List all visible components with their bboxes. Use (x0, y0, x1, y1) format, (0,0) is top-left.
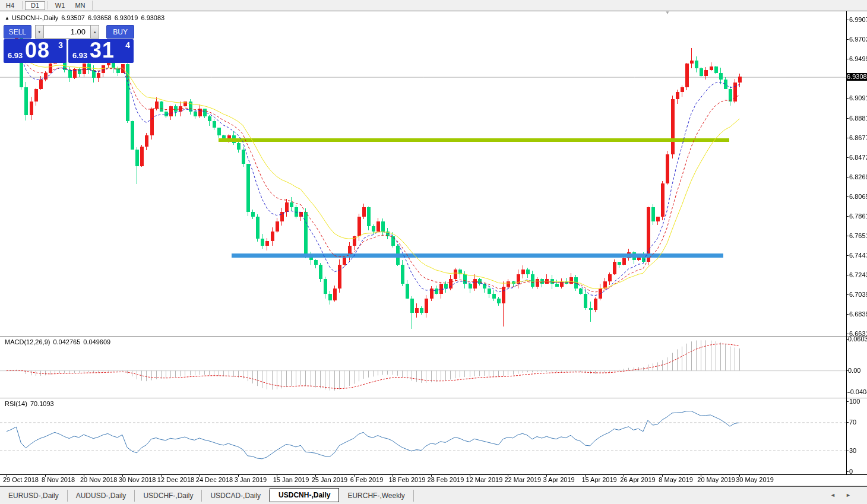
date-axis-label: 3 Jan 2019 (235, 476, 267, 483)
date-axis-label: 24 Dec 2018 (196, 476, 233, 483)
price-axis-label: 6.94990 (849, 55, 867, 62)
tab-usdchf-daily[interactable]: USDCHF-,Daily (135, 490, 202, 502)
price-axis-label: 6.99070 (849, 16, 867, 23)
price-axis-label: 6.72430 (849, 271, 867, 278)
buy-price-big: 31 (90, 38, 115, 63)
macd-axis-label: 0.060342 (848, 335, 867, 343)
date-axis-label: 15 Apr 2019 (581, 476, 616, 483)
date-axis-label: 25 Jan 2019 (312, 476, 348, 483)
one-click-trade-panel: SELL ▼ ▲ BUY 6.93 08 3 6.93 31 4 (4, 25, 134, 63)
current-price-tag: 6.93083 (847, 73, 867, 81)
price-axis-label: 6.90910 (849, 94, 867, 102)
ohlc-close: 6.93083 (141, 14, 164, 21)
price-axis-label: 6.70390 (849, 291, 867, 298)
sell-price-display[interactable]: 6.93 08 3 (4, 39, 67, 63)
date-axis-label: 8 May 2019 (659, 476, 692, 483)
volume-decrease-button[interactable]: ▼ (35, 25, 44, 39)
date-axis-label: 20 May 2019 (697, 476, 735, 483)
date-axis-label: 8 Nov 2018 (42, 476, 75, 483)
buy-price-sup: 4 (125, 40, 130, 50)
tab-scroll-left-icon[interactable]: ◄ (830, 492, 836, 498)
triangle-up-icon: ▲ (93, 30, 97, 34)
date-axis-label: 20 Nov 2018 (80, 476, 117, 483)
price-axis-label: 6.76510 (849, 232, 867, 239)
date-axis-label: 29 Oct 2018 (3, 476, 39, 483)
date-axis-label: 22 Mar 2019 (504, 476, 541, 483)
macd-axis-label: 0.00 (848, 367, 860, 374)
date-axis-label: 28 Feb 2019 (428, 476, 464, 483)
date-axis-label: 26 Apr 2019 (620, 476, 655, 483)
sell-price-big: 08 (25, 38, 50, 63)
ohlc-high: 6.93658 (88, 14, 112, 21)
ohlc-low: 6.93019 (115, 14, 138, 21)
date-axis-label: 12 Dec 2018 (157, 476, 194, 483)
triangle-down-icon: ▼ (665, 10, 670, 15)
tab-scroll-right-icon[interactable]: ► (846, 492, 851, 498)
price-axis-label: 6.80650 (849, 193, 867, 200)
volume-increase-button[interactable]: ▲ (90, 25, 99, 39)
rsi-value: 70.1093 (30, 400, 54, 407)
rsi-name: RSI(14) (5, 400, 27, 407)
date-axis-label: 30 Nov 2018 (119, 476, 156, 483)
tab-usdcad-daily[interactable]: USDCAD-,Daily (202, 490, 270, 502)
tab-eurchf-weekly[interactable]: EURCHF-,Weekly (339, 490, 413, 502)
rsi-axis-label: 0 (849, 468, 853, 475)
triangle-down-icon: ▼ (37, 30, 41, 34)
macd-name: MACD(12,26,9) (5, 338, 50, 345)
date-axis-label: 30 May 2019 (736, 476, 774, 483)
sell-price-prefix: 6.93 (8, 51, 23, 60)
date-axis-label: 12 Mar 2019 (466, 476, 503, 483)
date-axis-label: 15 Jan 2019 (273, 476, 309, 483)
price-axis-label: 6.97030 (849, 36, 867, 43)
rsi-axis-label: 30 (849, 447, 856, 454)
price-axis-label: 6.86770 (849, 134, 867, 141)
price-chart-canvas[interactable] (0, 0, 867, 486)
price-axis-label: 6.78610 (849, 213, 867, 220)
volume-input[interactable] (44, 25, 90, 39)
price-axis-label: 6.82690 (849, 173, 867, 180)
expand-arrow-icon[interactable]: ▲ (5, 15, 10, 21)
price-axis-label: 6.68350 (849, 310, 867, 318)
macd-indicator-label: MACD(12,26,9)0.0427650.049609 (5, 338, 113, 345)
panel-collapse-handle[interactable]: ▼ (665, 10, 670, 15)
rsi-indicator-label: RSI(14)70.1093 (5, 400, 57, 407)
buy-price-prefix: 6.93 (72, 51, 87, 60)
date-axis-label: 18 Feb 2019 (389, 476, 426, 483)
rsi-axis-label: 100 (849, 398, 860, 405)
macd-main-value: 0.042765 (53, 338, 80, 345)
macd-signal-value: 0.049609 (83, 338, 110, 345)
price-axis-label: 6.84730 (849, 154, 867, 161)
ohlc-open: 6.93507 (61, 14, 85, 21)
price-axis-label: 6.88810 (849, 115, 867, 122)
rsi-axis-label: 70 (849, 419, 856, 426)
buy-price-display[interactable]: 6.93 31 4 (68, 39, 134, 63)
chart-symbol-label: USDCNH-,Daily (12, 14, 58, 21)
tab-eurusd-daily[interactable]: EURUSD-,Daily (0, 490, 68, 502)
tab-usdcnh-daily[interactable]: USDCNH-,Daily (270, 488, 339, 502)
macd-axis-label: -0.040415 (848, 388, 867, 395)
buy-button[interactable]: BUY (106, 25, 134, 39)
price-axis-label: 6.74470 (849, 252, 867, 259)
date-axis-label: 6 Feb 2019 (350, 476, 384, 483)
sell-price-sup: 3 (58, 40, 63, 50)
tab-audusd-daily[interactable]: AUDUSD-,Daily (68, 490, 135, 502)
date-axis-label: 3 Apr 2019 (543, 476, 574, 483)
sell-button[interactable]: SELL (4, 25, 31, 39)
chart-title: ▲USDCNH-,Daily6.935076.936586.930196.930… (5, 14, 167, 21)
mt4-window: H4 D1 W1 MN ▼ ▲USDCNH-,Daily6.935076.936… (0, 0, 867, 504)
chart-tabs-bar: EURUSD-,Daily AUDUSD-,Daily USDCHF-,Dail… (0, 486, 867, 503)
